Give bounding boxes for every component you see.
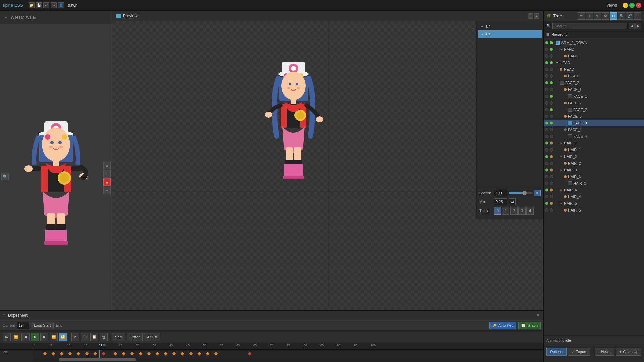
adjust-btn[interactable]: Adjust [144,333,160,341]
tree-row-face3a[interactable]: FACE_3 [544,113,644,120]
keyframe[interactable] [197,352,201,355]
btn-paste[interactable]: 📋 [90,333,98,341]
tree-row-arm2down[interactable]: ARM_2_DOWN [544,39,644,46]
timeline-scrollbar[interactable] [34,358,543,362]
tree-filter-tool[interactable]: ⚙ [602,12,609,20]
keyframe[interactable] [180,352,184,355]
maximize-btn[interactable]: □ [629,3,635,8]
user-btn[interactable]: 👤 [58,2,64,8]
tree-row-hand2[interactable]: HAND [544,53,644,59]
keyframe[interactable] [51,352,55,355]
current-input[interactable] [17,322,29,329]
views-label[interactable]: Views [606,3,617,8]
tree-row-face2a[interactable]: FACE_2 [544,100,644,106]
btn-cut[interactable]: ✂ [71,333,79,341]
keyframe[interactable] [206,352,209,355]
track-btn-2[interactable]: 2 [510,207,518,215]
keyframe[interactable] [155,352,159,355]
timeline-main[interactable]: 0 5 10 15 19 20 25 30 35 40 45 50 [34,343,543,362]
tree-row-head2[interactable]: HEAD [544,66,644,73]
tree-view-tool[interactable]: ⊡ [610,12,617,20]
tree-row-hair4[interactable]: ✏ HAIR_4 [544,187,644,193]
scrollbar-thumb[interactable] [59,358,136,361]
minimize-btn[interactable]: − [623,3,628,8]
btn-next-frame[interactable]: ⏩ [50,333,58,341]
right-tool-1[interactable]: ≡ [103,162,111,169]
new-btn[interactable]: + New... [595,348,614,356]
offset-btn[interactable]: Offset [127,333,143,341]
keyframe[interactable] [130,352,134,355]
tree-row-hair3[interactable]: ✏ HAIR_3 [544,167,644,173]
tree-nav-next[interactable]: ▶ [635,23,641,29]
btn-prev-frame[interactable]: ⏪ [12,333,20,341]
anim-item-idle[interactable]: ✦ idle [478,30,542,38]
tree-circle-tool[interactable]: ○ [586,12,593,20]
anim-item-air[interactable]: ✦ air [478,23,542,30]
tree-nav-prev[interactable]: ◀ [629,23,635,29]
keyframe[interactable] [122,352,125,355]
open-folder-btn[interactable]: 📁 [29,2,35,8]
character-viewport[interactable]: 🔍 ≡ + ■ ✦ [0,24,112,332]
tree-row-hair2[interactable]: ✏ HAIR_2 [544,153,644,160]
tree-row-hair1[interactable]: ✏ HAIR_1 [544,140,644,146]
zoom-tool[interactable]: 🔍 [1,173,9,180]
track-btn-1[interactable]: 1 [502,207,509,215]
keyframe[interactable] [113,352,117,355]
tree-row-head1[interactable]: ✏ HEAD [544,59,644,66]
preview-settings-2[interactable]: ≡ [534,13,539,19]
track-btn-3[interactable]: 3 [518,207,526,215]
btn-step-fwd[interactable]: ▶ [40,333,48,341]
keyframe[interactable] [68,352,72,355]
speed-slider[interactable] [509,192,533,194]
keyframe[interactable] [147,352,151,355]
export-tab-btn[interactable]: ✓ Export [568,348,590,356]
shift-btn[interactable]: Shift [112,333,125,341]
btn-step-back[interactable]: ◀ [21,333,30,341]
btn-loop[interactable]: 🔁 [59,333,67,341]
tree-row-hand1[interactable]: ✏ HAND [544,46,644,53]
preview-settings-1[interactable]: ⋮ [528,13,533,19]
redo-btn[interactable]: ↪ [51,2,57,8]
tree-row-face2b[interactable]: FACE_2 [544,106,644,113]
tree-row-face1b[interactable]: FACE_1 [544,93,644,100]
tree-row-hair5b[interactable]: HAIR_5 [544,207,644,214]
keyframe[interactable] [214,352,218,355]
auto-key-btn[interactable]: 🔑 Auto Key [489,322,516,329]
tree-row-face4a[interactable]: FACE_4 [544,126,644,133]
options-tab-btn[interactable]: Options [546,348,567,356]
keyframe[interactable] [43,352,47,355]
tree-edit-tool[interactable]: ✎ [594,12,601,20]
tree-link-tool[interactable]: 🔗 [626,12,633,20]
cleanup-btn[interactable]: ✦ Clean Up [616,348,641,356]
loop-start-btn[interactable]: Loop Start [31,322,54,329]
tree-row-face4b[interactable]: FACE_4 [544,133,644,140]
btn-to-start[interactable]: ⏮ [3,333,11,341]
mix-toggle[interactable]: ⇄ [509,198,516,205]
dopesheet-title[interactable]: Dopesheet [8,313,28,318]
right-tool-3[interactable]: ■ [103,179,111,186]
tree-row-hair3c[interactable]: HAIR_3 [544,180,644,187]
tree-row-hair1b[interactable]: HAIR_1 [544,146,644,153]
tree-search-tool[interactable]: 🔍 [618,12,625,20]
keyframe-track[interactable] [34,350,543,358]
speed-input[interactable] [494,190,507,196]
btn-delete[interactable]: 🗑 [100,333,108,341]
mix-input[interactable] [494,198,507,205]
btn-copy[interactable]: ⊡ [81,333,89,341]
btn-play[interactable]: ▶ [31,333,39,341]
keyframe[interactable] [60,352,63,355]
keyframe[interactable] [139,352,142,355]
tree-row-hair2b[interactable]: HAIR_2 [544,160,644,167]
speed-reset-btn[interactable]: ↺ [534,190,541,196]
graph-btn[interactable]: 📈 Graph [518,322,541,329]
tree-row-hair5[interactable]: ✏ HAIR_5 [544,200,644,207]
tree-row-hair4b[interactable]: HAIR_4 [544,193,644,200]
save-btn[interactable]: 💾 [36,2,42,8]
keyframe[interactable] [76,352,80,355]
tree-content[interactable]: ARM_2_DOWN ✏ HAND HAND [544,38,644,335]
tree-row-hair3b[interactable]: HAIR_3 [544,173,644,180]
timeline-area[interactable]: idle 0 5 10 15 19 20 25 3 [0,343,543,362]
keyframe[interactable] [93,352,97,355]
keyframe[interactable] [189,352,193,355]
close-btn[interactable]: ✕ [636,3,641,8]
